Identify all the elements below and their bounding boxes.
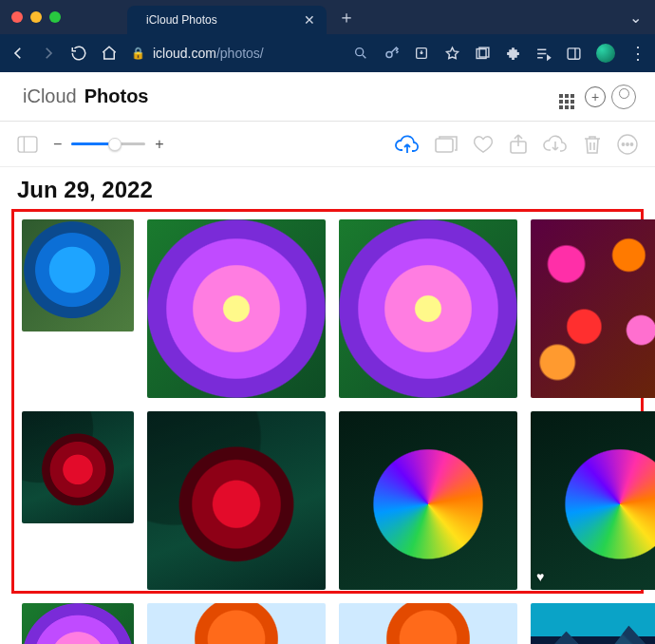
photo-thumbnail[interactable] xyxy=(22,219,134,331)
home-button[interactable] xyxy=(101,45,118,62)
minimize-window-button[interactable] xyxy=(30,11,42,23)
photo-thumbnail[interactable] xyxy=(531,603,655,644)
photo-thumbnail[interactable] xyxy=(531,219,655,398)
lock-icon: 🔒 xyxy=(131,47,145,60)
close-tab-icon[interactable]: ✕ xyxy=(304,12,315,28)
grid-icon xyxy=(559,94,574,109)
favorite-heart-icon: ♥ xyxy=(536,569,544,584)
photo-thumbnail[interactable]: ♥ xyxy=(531,411,655,590)
zoom-out-button[interactable]: − xyxy=(53,136,62,153)
more-button[interactable] xyxy=(617,134,638,155)
svg-point-10 xyxy=(622,142,624,144)
app-header: iCloud Photos + xyxy=(0,72,655,122)
extension-badge-icon[interactable] xyxy=(596,44,615,63)
search-icon[interactable] xyxy=(353,46,370,61)
svg-point-12 xyxy=(630,142,632,144)
photo-thumbnail[interactable] xyxy=(339,219,517,398)
zoom-in-button[interactable]: + xyxy=(155,136,163,153)
avatar-icon xyxy=(611,85,636,109)
share-button[interactable] xyxy=(509,134,528,155)
url-path: /photos/ xyxy=(216,46,264,61)
brand-prefix: iCloud xyxy=(23,85,77,107)
new-tab-button[interactable]: ＋ xyxy=(338,6,355,28)
date-heading: Jun 29, 2022 xyxy=(0,167,655,209)
brand: iCloud Photos xyxy=(17,85,148,107)
playlist-icon[interactable] xyxy=(535,46,552,62)
svg-rect-5 xyxy=(568,47,580,58)
brand-main: Photos xyxy=(84,85,149,107)
back-button[interactable] xyxy=(9,45,27,62)
delete-button[interactable] xyxy=(583,134,602,155)
extensions-icon[interactable] xyxy=(505,46,522,62)
svg-rect-7 xyxy=(436,139,453,152)
bookmark-icon[interactable] xyxy=(444,46,461,62)
browser-tab[interactable]: iCloud Photos ✕ xyxy=(127,6,327,34)
svg-point-0 xyxy=(356,48,364,56)
sidebar-toggle-button[interactable] xyxy=(17,136,38,153)
photo-thumbnail[interactable] xyxy=(147,411,326,590)
zoom-control: − + xyxy=(53,136,164,153)
svg-point-1 xyxy=(386,52,392,58)
album-button[interactable] xyxy=(435,135,458,154)
forward-button[interactable] xyxy=(40,45,57,62)
photo-grid: ♥♥ xyxy=(22,219,633,581)
reload-button[interactable] xyxy=(70,45,87,62)
maximize-window-button[interactable] xyxy=(49,11,61,23)
photo-thumbnail[interactable] xyxy=(147,219,326,398)
browser-menu-icon[interactable]: ⋮ xyxy=(628,43,646,64)
photo-selection-highlight: ♥♥ xyxy=(11,209,644,594)
browser-titlebar: iCloud Photos ✕ ＋ ⌄ xyxy=(0,0,655,34)
reading-list-icon[interactable] xyxy=(475,46,492,62)
zoom-slider[interactable] xyxy=(71,142,145,145)
install-icon[interactable] xyxy=(414,46,431,61)
close-window-button[interactable] xyxy=(11,11,23,23)
sidepanel-icon[interactable] xyxy=(566,46,583,62)
url-host: icloud.com xyxy=(153,46,216,61)
upload-button[interactable] xyxy=(395,134,420,155)
key-icon[interactable] xyxy=(384,45,401,62)
browser-toolbar: 🔒 icloud.com/photos/ ⋮ xyxy=(0,34,655,72)
tabs-dropdown-icon[interactable]: ⌄ xyxy=(629,9,642,27)
plus-circle-icon: + xyxy=(585,86,606,107)
photo-thumbnail[interactable] xyxy=(22,411,134,523)
photo-thumbnail[interactable] xyxy=(339,603,517,644)
photo-thumbnail[interactable] xyxy=(147,603,326,644)
photo-thumbnail[interactable]: ♥ xyxy=(22,603,134,644)
download-button[interactable] xyxy=(543,135,568,154)
photo-thumbnail[interactable] xyxy=(339,411,517,590)
svg-point-11 xyxy=(627,142,628,144)
photos-toolbar: − + xyxy=(0,122,655,167)
add-button[interactable]: + xyxy=(581,86,609,107)
apps-grid-button[interactable] xyxy=(552,85,581,109)
tab-title: iCloud Photos xyxy=(146,13,296,27)
address-bar[interactable]: 🔒 icloud.com/photos/ xyxy=(131,46,340,61)
account-button[interactable] xyxy=(609,85,638,109)
window-controls xyxy=(11,11,61,23)
favorite-button[interactable] xyxy=(473,135,494,154)
svg-rect-6 xyxy=(18,136,37,151)
